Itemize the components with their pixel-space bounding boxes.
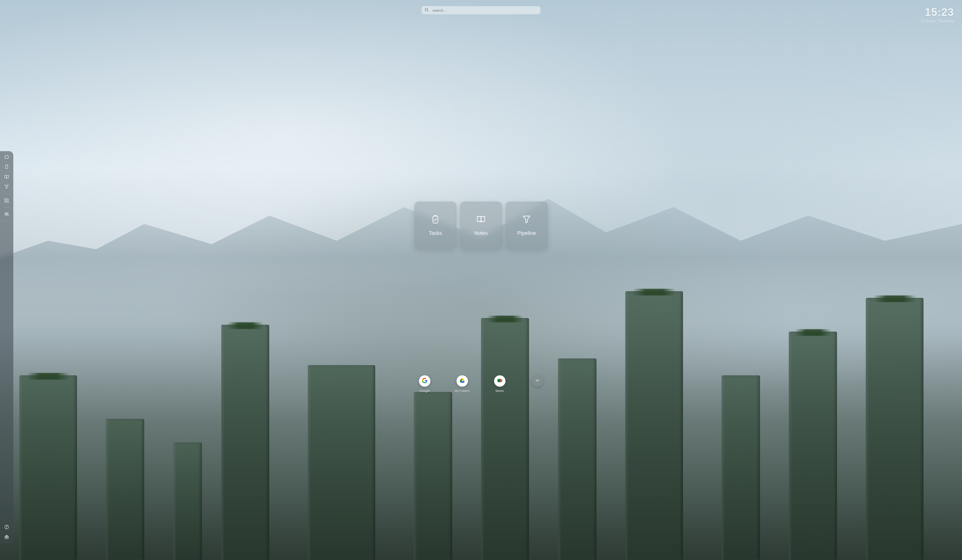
shortcut-meets[interactable]: Meets [490,375,509,393]
shortcut-google[interactable]: Google [415,375,434,393]
card-tasks[interactable]: Tasks [414,202,457,249]
clipboard-icon [4,164,9,170]
card-pipeline[interactable]: Pipeline [505,202,548,249]
svg-rect-0 [5,165,8,169]
shortcut-row: Google My Folders [415,375,547,393]
sidebar-settings[interactable] [4,211,10,217]
svg-rect-3 [7,201,8,202]
chevron-down-icon [534,378,540,384]
clipboard-check-icon [430,215,441,225]
card-label: Pipeline [517,230,536,236]
shortcut-expand[interactable] [528,375,547,393]
book-open-icon [476,215,486,225]
sidebar-tasks[interactable] [4,165,10,170]
google-logo-icon [422,378,428,384]
wallpaper [0,0,962,560]
shortcut-label: Meets [496,389,504,393]
google-meet-icon [497,378,503,384]
help-icon [4,524,9,531]
sidebar-notes[interactable] [4,174,10,180]
book-open-icon [4,174,9,181]
clock-date: 12 June, Thursday [921,19,954,24]
shortcut-label: Google [420,389,430,393]
shortcut-my-folders[interactable]: My Folders [453,375,472,393]
funnel-icon [521,215,532,225]
sidebar-home[interactable] [4,155,10,160]
svg-rect-12 [433,216,438,223]
sidebar-dock [0,151,13,543]
sidebar-divider [3,194,10,194]
clock: 15:23 12 June, Thursday [921,6,954,24]
search-input[interactable] [432,8,537,13]
sidebar-divider [3,221,10,221]
home-icon [4,154,9,160]
sidebar-widgets[interactable] [4,198,10,204]
svg-point-4 [5,214,6,215]
gift-icon [4,534,9,541]
shortcut-label: My Folders [455,389,470,393]
google-drive-icon [459,378,465,384]
main-cards: Tasks Notes Pipeline [414,202,548,249]
sidebar-pipeline[interactable] [4,184,10,190]
search-icon [425,8,432,13]
svg-point-6 [8,215,8,215]
sliders-icon [4,211,9,218]
card-label: Notes [474,230,487,236]
svg-point-5 [6,213,7,214]
card-notes[interactable]: Notes [460,202,502,249]
funnel-icon [4,184,9,190]
svg-rect-2 [5,201,6,202]
sidebar-help[interactable] [4,524,10,530]
svg-rect-1 [5,199,6,200]
sidebar-gift[interactable] [4,534,10,540]
svg-point-11 [425,8,428,11]
widgets-icon [4,198,9,204]
card-label: Tasks [429,230,442,236]
search-bar[interactable] [421,6,541,14]
clock-time: 15:23 [921,6,954,18]
